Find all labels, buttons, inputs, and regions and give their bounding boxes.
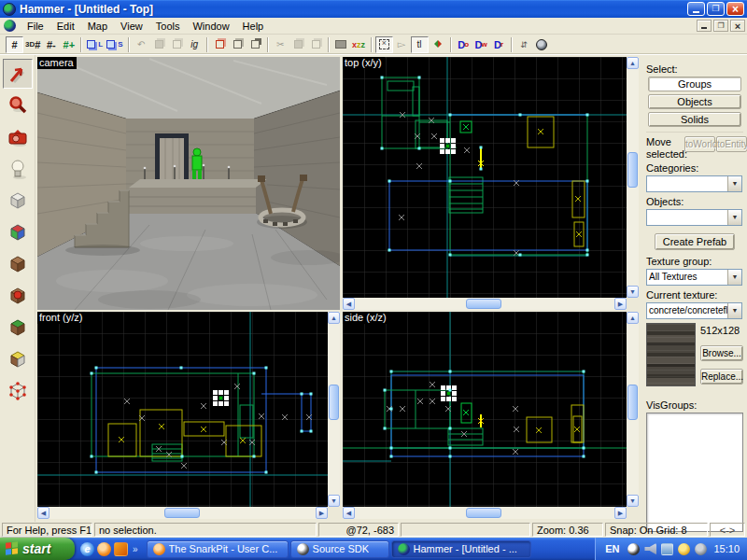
task-snarkpit[interactable]: The SnarkPit - User C...: [147, 540, 289, 558]
horizontal-scrollbar[interactable]: [343, 298, 627, 310]
task-hammer[interactable]: Hammer - [Untitled - ...: [391, 540, 531, 558]
magnify-mode-button[interactable]: ▻: [393, 36, 411, 53]
cordon-button[interactable]: xzz: [350, 36, 368, 53]
horizontal-scrollbar[interactable]: [343, 507, 627, 519]
run-map-dw-button[interactable]: Dw: [472, 36, 490, 53]
start-button[interactable]: start: [0, 538, 75, 560]
media-app-icon[interactable]: [114, 542, 128, 556]
scroll-up-icon[interactable]: [627, 312, 639, 324]
scroll-right-icon[interactable]: [614, 298, 627, 310]
flip-button[interactable]: [429, 36, 447, 53]
visgroups-list[interactable]: [646, 413, 743, 532]
categories-dropdown[interactable]: [646, 175, 742, 192]
internet-explorer-icon[interactable]: e: [80, 542, 94, 556]
scrollbar-thumb[interactable]: [627, 385, 638, 420]
menu-tools[interactable]: Tools: [149, 19, 187, 34]
wireframe-side-view[interactable]: [343, 312, 627, 507]
viewport-2d-side[interactable]: side (x/z): [343, 312, 639, 519]
vertical-scrollbar[interactable]: [328, 312, 340, 507]
texture-group-dropdown[interactable]: All Textures: [646, 269, 742, 286]
menu-help[interactable]: Help: [236, 19, 271, 34]
ungroup-button[interactable]: [247, 36, 264, 53]
viewport-2d-front[interactable]: front (y/z): [37, 312, 340, 519]
scroll-left-icon[interactable]: [343, 298, 355, 310]
taskbar-clock[interactable]: 15:10: [712, 543, 740, 554]
group-button[interactable]: [229, 36, 247, 53]
volume-icon[interactable]: [644, 543, 656, 555]
network-icon[interactable]: [661, 543, 673, 555]
select-objects-button[interactable]: Objects: [648, 94, 741, 109]
hide-selected-button[interactable]: [168, 36, 186, 53]
mdi-minimize-button[interactable]: [697, 20, 712, 32]
chevron-down-icon[interactable]: [727, 270, 741, 285]
select-box-mode-button[interactable]: [375, 36, 393, 53]
create-prefab-button[interactable]: Create Prefab: [655, 233, 735, 250]
menu-edit[interactable]: Edit: [50, 19, 81, 34]
chevron-down-icon[interactable]: [727, 210, 741, 225]
firefox-icon[interactable]: [97, 542, 111, 556]
wireframe-front-view[interactable]: [37, 312, 328, 507]
document-icon[interactable]: [4, 20, 16, 32]
scroll-left-icon[interactable]: [37, 507, 49, 519]
restore-button[interactable]: [707, 2, 725, 16]
texture-preview[interactable]: [646, 323, 696, 386]
scroll-left-icon[interactable]: [343, 507, 355, 519]
overlay-tool-button[interactable]: [3, 313, 33, 343]
scrollbar-thumb[interactable]: [329, 385, 339, 420]
scroll-right-icon[interactable]: [614, 507, 627, 519]
larger-grid-button[interactable]: #+: [60, 36, 78, 53]
vertex-tool-button[interactable]: [3, 376, 33, 406]
toggle-group-ignore-button[interactable]: [150, 36, 168, 53]
scroll-down-icon[interactable]: [328, 495, 340, 507]
to-entity-button[interactable]: toEntity: [716, 136, 747, 152]
viewport-3d-camera[interactable]: camera: [37, 57, 340, 310]
display-solid-button[interactable]: [332, 36, 350, 53]
run-map-do-button[interactable]: Do: [455, 36, 472, 53]
messenger-icon[interactable]: [695, 543, 707, 555]
menu-view[interactable]: View: [114, 19, 149, 34]
resize-grip[interactable]: <->: [710, 523, 745, 537]
camera-tool-button[interactable]: [3, 122, 33, 152]
minimize-button[interactable]: [687, 2, 705, 16]
mdi-close-button[interactable]: [730, 20, 745, 32]
scrollbar-thumb[interactable]: [627, 152, 638, 188]
scrollbar-thumb[interactable]: [466, 299, 501, 309]
menu-file[interactable]: File: [21, 19, 50, 34]
menu-map[interactable]: Map: [81, 19, 114, 34]
paste-button[interactable]: [307, 36, 325, 53]
magnify-tool-button[interactable]: [3, 91, 33, 120]
clipping-tool-button[interactable]: [3, 344, 33, 374]
task-source-sdk[interactable]: Source SDK: [290, 540, 389, 558]
load-window-state-button[interactable]: L: [85, 36, 105, 53]
cut-button[interactable]: ✂: [272, 36, 289, 53]
toggle-grid-button[interactable]: #: [6, 36, 23, 53]
current-texture-dropdown[interactable]: concrete/concretefloor: [646, 302, 742, 319]
apply-current-texture-tool-button[interactable]: [3, 249, 33, 279]
vertical-scrollbar[interactable]: [627, 312, 639, 507]
language-indicator[interactable]: EN: [605, 543, 623, 554]
ignore-groups-button[interactable]: ig: [186, 36, 204, 53]
chevron-more-icon[interactable]: »: [131, 544, 140, 554]
browse-button[interactable]: Browse...: [700, 345, 743, 361]
scroll-right-icon[interactable]: [316, 507, 328, 519]
undo-button[interactable]: ↶: [133, 36, 150, 53]
texture-application-tool-button[interactable]: [3, 217, 33, 247]
entity-tool-button[interactable]: [3, 154, 33, 184]
select-solids-button[interactable]: Solids: [648, 112, 741, 127]
mdi-restore-button[interactable]: [713, 20, 728, 32]
chevron-down-icon[interactable]: [727, 303, 741, 318]
run-map-dr-button[interactable]: Dr: [490, 36, 508, 53]
apply-decals-tool-button[interactable]: [3, 281, 33, 311]
compile-button[interactable]: [533, 36, 551, 53]
vertical-scrollbar[interactable]: [627, 57, 639, 298]
steam-icon[interactable]: [627, 543, 640, 555]
carve-button[interactable]: [211, 36, 229, 53]
render-3d-scene[interactable]: [37, 57, 340, 310]
replace-button[interactable]: Replace...: [700, 369, 743, 385]
scroll-up-icon[interactable]: [328, 312, 340, 324]
selection-tool-button[interactable]: [3, 59, 33, 89]
security-icon[interactable]: [678, 543, 690, 555]
copy-button[interactable]: [289, 36, 307, 53]
toggle-3d-grid-button[interactable]: 3D#: [23, 36, 42, 53]
scroll-down-icon[interactable]: [627, 286, 639, 298]
